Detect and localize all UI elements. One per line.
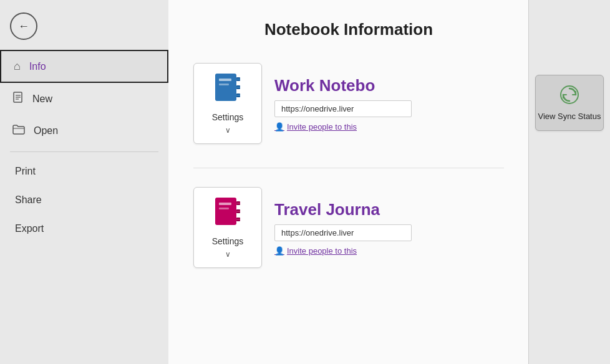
notebook-info-travel: Travel Journa https://onedrive.liver 👤 I…	[274, 200, 504, 256]
sidebar-item-info[interactable]: ⌂ Info	[0, 50, 168, 83]
view-sync-status-button[interactable]: View Sync Status	[535, 75, 604, 131]
notebook-url-work: https://onedrive.liver	[274, 100, 412, 117]
svg-rect-11	[219, 79, 231, 81]
export-label: Export	[15, 223, 44, 234]
home-icon: ⌂	[14, 60, 21, 73]
notebook-name-travel: Travel Journa	[274, 200, 504, 219]
settings-button-work[interactable]: Settings ∨	[193, 63, 262, 144]
svg-rect-12	[219, 84, 229, 85]
notebook-url-travel: https://onedrive.liver	[274, 224, 412, 241]
settings-label-work: Settings	[212, 112, 244, 122]
invite-icon-work: 👤	[274, 122, 284, 132]
vertical-divider	[528, 0, 529, 364]
sidebar-item-share[interactable]: Share	[0, 186, 168, 214]
invite-link-work[interactable]: 👤 Invite people to this	[274, 122, 504, 132]
sidebar-info-label: Info	[29, 61, 46, 72]
notebook-info-work: Work Notebo https://onedrive.liver 👤 Inv…	[274, 76, 504, 132]
notebook-divider	[193, 168, 504, 168]
invite-icon-travel: 👤	[274, 246, 284, 256]
settings-button-travel[interactable]: Settings ∨	[193, 187, 262, 268]
sidebar-new-label: New	[32, 93, 52, 105]
settings-chevron-travel: ∨	[225, 250, 231, 259]
new-icon	[12, 92, 24, 106]
page-title: Notebook Information	[193, 20, 504, 39]
sidebar-item-open[interactable]: Open	[0, 115, 168, 146]
right-panel: View Sync Status	[529, 0, 610, 364]
share-label: Share	[15, 194, 42, 205]
print-label: Print	[15, 166, 36, 176]
notebook-card-work: Settings ∨ Work Notebo https://onedrive.…	[193, 57, 504, 150]
back-arrow-icon: ←	[18, 20, 29, 33]
invite-link-travel[interactable]: 👤 Invite people to this	[274, 246, 504, 256]
sync-button-label: View Sync Status	[538, 112, 601, 122]
nav-divider	[10, 151, 158, 152]
settings-chevron-work: ∨	[225, 126, 231, 135]
notebook-name-work: Work Notebo	[274, 76, 504, 95]
sidebar-item-export[interactable]: Export	[0, 214, 168, 243]
svg-rect-21	[219, 208, 229, 209]
sidebar-item-print[interactable]: Print	[0, 157, 168, 186]
sidebar-item-new[interactable]: New	[0, 83, 168, 115]
open-icon	[12, 123, 25, 138]
settings-label-travel: Settings	[212, 236, 244, 246]
notebook-icon-work	[214, 72, 241, 108]
sidebar-open-label: Open	[34, 125, 58, 136]
svg-rect-20	[219, 203, 231, 205]
notebook-icon-travel	[214, 196, 241, 232]
main-content: Notebook Information Settings ∨	[168, 0, 529, 364]
sync-icon	[558, 84, 581, 108]
notebook-card-travel: Settings ∨ Travel Journa https://onedriv…	[193, 181, 504, 274]
svg-rect-13	[215, 198, 236, 225]
back-button[interactable]: ←	[10, 12, 37, 40]
sidebar: ← ⌂ Info New Open Print Share	[0, 0, 168, 364]
svg-rect-4	[215, 74, 236, 101]
